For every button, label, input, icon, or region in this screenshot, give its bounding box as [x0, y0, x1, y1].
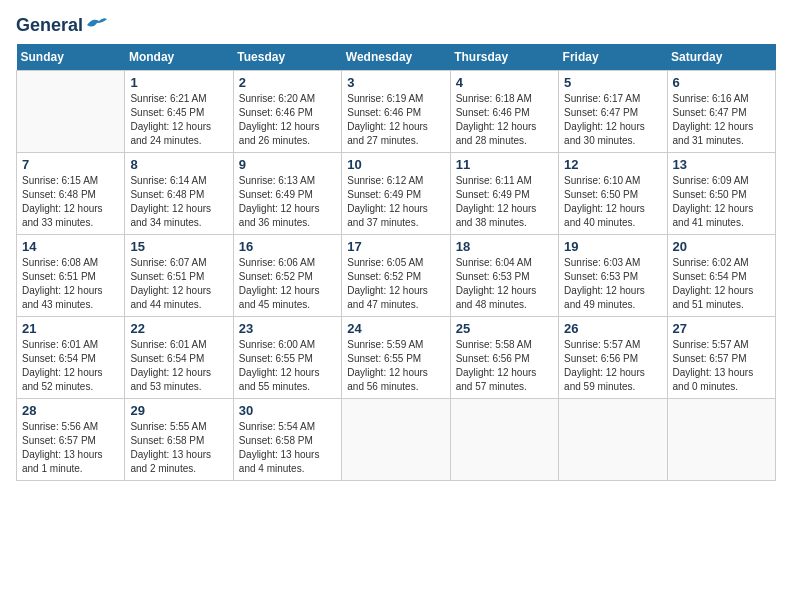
- day-number: 25: [456, 321, 553, 336]
- day-number: 1: [130, 75, 227, 90]
- day-info: Sunrise: 5:57 AM Sunset: 6:57 PM Dayligh…: [673, 338, 770, 394]
- calendar-cell: 6Sunrise: 6:16 AM Sunset: 6:47 PM Daylig…: [667, 70, 775, 152]
- calendar-cell: 20Sunrise: 6:02 AM Sunset: 6:54 PM Dayli…: [667, 234, 775, 316]
- calendar-cell: 10Sunrise: 6:12 AM Sunset: 6:49 PM Dayli…: [342, 152, 450, 234]
- calendar-cell: 15Sunrise: 6:07 AM Sunset: 6:51 PM Dayli…: [125, 234, 233, 316]
- day-number: 11: [456, 157, 553, 172]
- calendar-cell: 21Sunrise: 6:01 AM Sunset: 6:54 PM Dayli…: [17, 316, 125, 398]
- day-number: 8: [130, 157, 227, 172]
- day-info: Sunrise: 6:21 AM Sunset: 6:45 PM Dayligh…: [130, 92, 227, 148]
- day-number: 30: [239, 403, 336, 418]
- calendar-cell: 12Sunrise: 6:10 AM Sunset: 6:50 PM Dayli…: [559, 152, 667, 234]
- day-header-wednesday: Wednesday: [342, 44, 450, 71]
- calendar-cell: 3Sunrise: 6:19 AM Sunset: 6:46 PM Daylig…: [342, 70, 450, 152]
- calendar-cell: 16Sunrise: 6:06 AM Sunset: 6:52 PM Dayli…: [233, 234, 341, 316]
- calendar-cell: 24Sunrise: 5:59 AM Sunset: 6:55 PM Dayli…: [342, 316, 450, 398]
- calendar-cell: 7Sunrise: 6:15 AM Sunset: 6:48 PM Daylig…: [17, 152, 125, 234]
- day-number: 21: [22, 321, 119, 336]
- logo: General: [16, 16, 107, 36]
- day-info: Sunrise: 6:07 AM Sunset: 6:51 PM Dayligh…: [130, 256, 227, 312]
- day-info: Sunrise: 5:58 AM Sunset: 6:56 PM Dayligh…: [456, 338, 553, 394]
- day-info: Sunrise: 6:20 AM Sunset: 6:46 PM Dayligh…: [239, 92, 336, 148]
- calendar-cell: [342, 398, 450, 480]
- day-info: Sunrise: 6:19 AM Sunset: 6:46 PM Dayligh…: [347, 92, 444, 148]
- day-info: Sunrise: 5:57 AM Sunset: 6:56 PM Dayligh…: [564, 338, 661, 394]
- day-header-saturday: Saturday: [667, 44, 775, 71]
- day-header-monday: Monday: [125, 44, 233, 71]
- day-number: 17: [347, 239, 444, 254]
- day-info: Sunrise: 5:54 AM Sunset: 6:58 PM Dayligh…: [239, 420, 336, 476]
- day-number: 7: [22, 157, 119, 172]
- day-info: Sunrise: 6:06 AM Sunset: 6:52 PM Dayligh…: [239, 256, 336, 312]
- day-number: 15: [130, 239, 227, 254]
- day-header-friday: Friday: [559, 44, 667, 71]
- calendar-cell: 14Sunrise: 6:08 AM Sunset: 6:51 PM Dayli…: [17, 234, 125, 316]
- day-header-sunday: Sunday: [17, 44, 125, 71]
- week-row-3: 14Sunrise: 6:08 AM Sunset: 6:51 PM Dayli…: [17, 234, 776, 316]
- day-number: 24: [347, 321, 444, 336]
- days-header-row: SundayMondayTuesdayWednesdayThursdayFrid…: [17, 44, 776, 71]
- calendar-cell: [559, 398, 667, 480]
- calendar-cell: 11Sunrise: 6:11 AM Sunset: 6:49 PM Dayli…: [450, 152, 558, 234]
- day-info: Sunrise: 6:13 AM Sunset: 6:49 PM Dayligh…: [239, 174, 336, 230]
- calendar-cell: 27Sunrise: 5:57 AM Sunset: 6:57 PM Dayli…: [667, 316, 775, 398]
- day-info: Sunrise: 5:59 AM Sunset: 6:55 PM Dayligh…: [347, 338, 444, 394]
- day-info: Sunrise: 6:16 AM Sunset: 6:47 PM Dayligh…: [673, 92, 770, 148]
- day-info: Sunrise: 6:12 AM Sunset: 6:49 PM Dayligh…: [347, 174, 444, 230]
- day-info: Sunrise: 6:17 AM Sunset: 6:47 PM Dayligh…: [564, 92, 661, 148]
- day-info: Sunrise: 6:01 AM Sunset: 6:54 PM Dayligh…: [130, 338, 227, 394]
- day-number: 18: [456, 239, 553, 254]
- calendar-cell: 1Sunrise: 6:21 AM Sunset: 6:45 PM Daylig…: [125, 70, 233, 152]
- day-number: 5: [564, 75, 661, 90]
- day-number: 27: [673, 321, 770, 336]
- calendar-cell: 28Sunrise: 5:56 AM Sunset: 6:57 PM Dayli…: [17, 398, 125, 480]
- calendar-cell: 19Sunrise: 6:03 AM Sunset: 6:53 PM Dayli…: [559, 234, 667, 316]
- day-number: 2: [239, 75, 336, 90]
- calendar-cell: 9Sunrise: 6:13 AM Sunset: 6:49 PM Daylig…: [233, 152, 341, 234]
- logo-bird-icon: [85, 15, 107, 33]
- day-info: Sunrise: 6:15 AM Sunset: 6:48 PM Dayligh…: [22, 174, 119, 230]
- day-number: 22: [130, 321, 227, 336]
- calendar-cell: 30Sunrise: 5:54 AM Sunset: 6:58 PM Dayli…: [233, 398, 341, 480]
- day-info: Sunrise: 6:03 AM Sunset: 6:53 PM Dayligh…: [564, 256, 661, 312]
- calendar-cell: [450, 398, 558, 480]
- day-info: Sunrise: 6:05 AM Sunset: 6:52 PM Dayligh…: [347, 256, 444, 312]
- calendar-cell: 13Sunrise: 6:09 AM Sunset: 6:50 PM Dayli…: [667, 152, 775, 234]
- day-info: Sunrise: 6:09 AM Sunset: 6:50 PM Dayligh…: [673, 174, 770, 230]
- day-number: 28: [22, 403, 119, 418]
- day-number: 29: [130, 403, 227, 418]
- week-row-5: 28Sunrise: 5:56 AM Sunset: 6:57 PM Dayli…: [17, 398, 776, 480]
- day-info: Sunrise: 6:00 AM Sunset: 6:55 PM Dayligh…: [239, 338, 336, 394]
- calendar-table: SundayMondayTuesdayWednesdayThursdayFrid…: [16, 44, 776, 481]
- day-info: Sunrise: 5:56 AM Sunset: 6:57 PM Dayligh…: [22, 420, 119, 476]
- calendar-cell: 4Sunrise: 6:18 AM Sunset: 6:46 PM Daylig…: [450, 70, 558, 152]
- header: General: [16, 16, 776, 36]
- calendar-cell: 25Sunrise: 5:58 AM Sunset: 6:56 PM Dayli…: [450, 316, 558, 398]
- week-row-2: 7Sunrise: 6:15 AM Sunset: 6:48 PM Daylig…: [17, 152, 776, 234]
- day-number: 12: [564, 157, 661, 172]
- day-info: Sunrise: 5:55 AM Sunset: 6:58 PM Dayligh…: [130, 420, 227, 476]
- day-info: Sunrise: 6:08 AM Sunset: 6:51 PM Dayligh…: [22, 256, 119, 312]
- day-number: 26: [564, 321, 661, 336]
- calendar-cell: [667, 398, 775, 480]
- day-number: 13: [673, 157, 770, 172]
- calendar-cell: 2Sunrise: 6:20 AM Sunset: 6:46 PM Daylig…: [233, 70, 341, 152]
- day-info: Sunrise: 6:02 AM Sunset: 6:54 PM Dayligh…: [673, 256, 770, 312]
- day-number: 16: [239, 239, 336, 254]
- day-info: Sunrise: 6:04 AM Sunset: 6:53 PM Dayligh…: [456, 256, 553, 312]
- day-header-tuesday: Tuesday: [233, 44, 341, 71]
- day-number: 4: [456, 75, 553, 90]
- day-number: 14: [22, 239, 119, 254]
- calendar-cell: 23Sunrise: 6:00 AM Sunset: 6:55 PM Dayli…: [233, 316, 341, 398]
- day-number: 3: [347, 75, 444, 90]
- day-info: Sunrise: 6:11 AM Sunset: 6:49 PM Dayligh…: [456, 174, 553, 230]
- day-number: 10: [347, 157, 444, 172]
- calendar-cell: 26Sunrise: 5:57 AM Sunset: 6:56 PM Dayli…: [559, 316, 667, 398]
- calendar-cell: 18Sunrise: 6:04 AM Sunset: 6:53 PM Dayli…: [450, 234, 558, 316]
- calendar-cell: 22Sunrise: 6:01 AM Sunset: 6:54 PM Dayli…: [125, 316, 233, 398]
- day-number: 6: [673, 75, 770, 90]
- day-info: Sunrise: 6:10 AM Sunset: 6:50 PM Dayligh…: [564, 174, 661, 230]
- calendar-cell: [17, 70, 125, 152]
- day-info: Sunrise: 6:14 AM Sunset: 6:48 PM Dayligh…: [130, 174, 227, 230]
- day-number: 9: [239, 157, 336, 172]
